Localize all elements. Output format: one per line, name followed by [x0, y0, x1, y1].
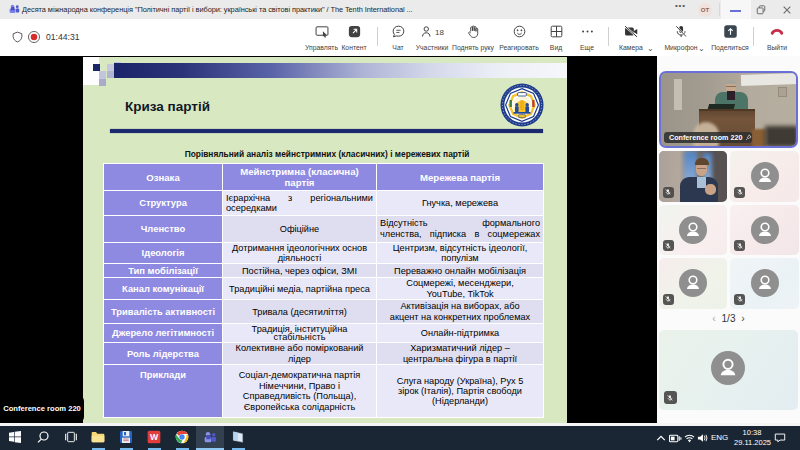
svg-text:W: W	[150, 432, 159, 442]
